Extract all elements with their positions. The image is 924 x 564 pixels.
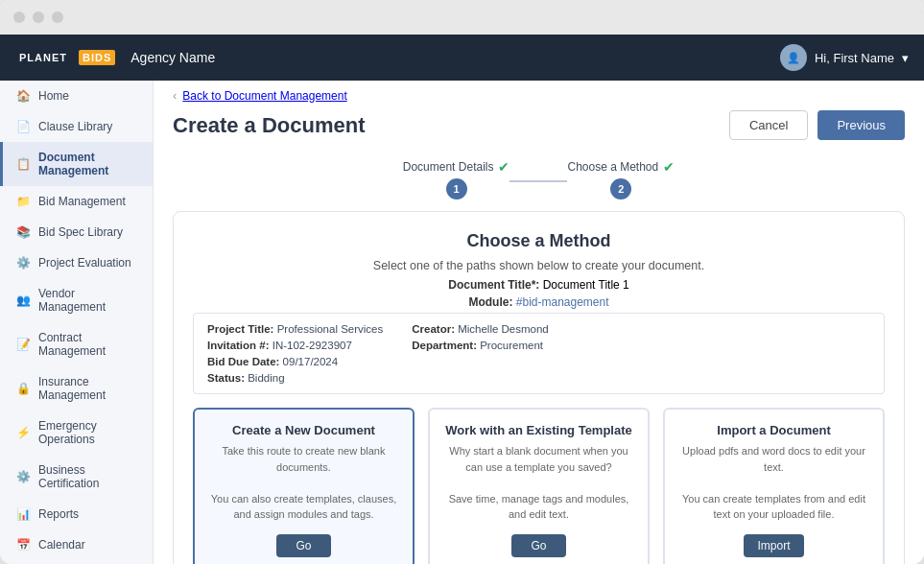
creator-value: Michelle Desmond xyxy=(458,323,549,335)
sidebar-item-label: Vendor Management xyxy=(38,287,139,314)
method-card-create-new[interactable]: Create a New Document Take this route to… xyxy=(193,408,415,564)
sidebar-item-clause-library[interactable]: 📄 Clause Library xyxy=(0,111,153,142)
method-card-button-import[interactable]: Import xyxy=(744,534,803,557)
titlebar-dot-red xyxy=(13,12,25,23)
doc-title-info: Document Title*: Document Title 1 xyxy=(193,278,885,292)
card-subtitle: Select one of the paths shown below to c… xyxy=(193,259,885,272)
titlebar-dot-yellow xyxy=(33,12,44,23)
sidebar-item-label: Clause Library xyxy=(38,120,112,133)
step-1-circle: 1 xyxy=(446,178,467,200)
sidebar-item-calendar[interactable]: 📅 Calendar xyxy=(0,529,153,560)
titlebar-dot-green xyxy=(52,12,63,23)
page-header: Create a Document Cancel Previous xyxy=(154,103,924,153)
step-1-label: Document Details xyxy=(403,160,494,174)
sidebar-item-contract-management[interactable]: 📝 Contract Management xyxy=(0,322,153,366)
sidebar-item-label: Document Management xyxy=(38,151,139,177)
clause-library-icon: 📄 xyxy=(16,120,31,133)
step-2-check-icon: ✔ xyxy=(663,159,675,175)
bid-spec-library-icon: 📚 xyxy=(16,225,31,239)
creator-detail: Creator: Michelle Desmond xyxy=(412,323,549,335)
sidebar-item-business-certification[interactable]: ⚙️ Business Certification xyxy=(0,455,153,499)
status-label: Status: xyxy=(207,372,245,384)
topnav: PLANETBIDS Agency Name 👤 Hi, First Name … xyxy=(0,35,924,81)
project-title-value: Professional Services xyxy=(277,323,384,335)
sidebar-item-label: Business Certification xyxy=(38,463,139,490)
business-certification-icon: ⚙️ xyxy=(16,470,31,483)
detail-col-right: Creator: Michelle Desmond Department: Pr… xyxy=(412,323,549,384)
chevron-down-icon: ▾ xyxy=(902,51,909,65)
card-area: Choose a Method Select one of the paths … xyxy=(173,211,905,564)
card-title: Choose a Method xyxy=(193,231,885,251)
step-2-circle: 2 xyxy=(610,178,631,200)
sidebar-item-vendor-management[interactable]: 👥 Vendor Management xyxy=(0,278,153,322)
logo-bids: BIDS xyxy=(79,50,115,65)
home-icon: 🏠 xyxy=(16,89,31,103)
step-1-check-icon: ✔ xyxy=(498,159,509,175)
sidebar-item-label: Calendar xyxy=(38,538,85,552)
bid-due-value: 09/17/2024 xyxy=(283,356,339,367)
sidebar-item-label: Bid Spec Library xyxy=(38,225,123,239)
breadcrumb-link[interactable]: Back to Document Management xyxy=(182,89,346,103)
logo-planet: PLANET xyxy=(15,50,71,65)
user-menu[interactable]: 👤 Hi, First Name ▾ xyxy=(780,44,909,71)
detail-col-left: Project Title: Professional Services Inv… xyxy=(207,323,383,384)
document-management-icon: 📋 xyxy=(16,157,31,171)
sidebar-item-emergency-operations[interactable]: ⚡ Emergency Operations xyxy=(0,411,153,455)
project-title-label: Project Title: xyxy=(207,323,273,335)
stepper: Document Details ✔ 1 Choose a Method ✔ 2 xyxy=(154,153,924,211)
method-card-title-create-new: Create a New Document xyxy=(232,423,375,437)
bid-management-icon: 📁 xyxy=(16,195,31,208)
breadcrumb: ‹ Back to Document Management xyxy=(154,81,924,103)
sidebar-item-bid-management[interactable]: 📁 Bid Management xyxy=(0,186,153,217)
main-content: ‹ Back to Document Management Create a D… xyxy=(154,81,924,564)
bid-due-detail: Bid Due Date: 09/17/2024 xyxy=(207,356,383,367)
status-detail: Status: Bidding xyxy=(207,372,383,384)
sidebar-item-document-management[interactable]: 📋 Document Management xyxy=(0,142,153,186)
sidebar-item-insurance-management[interactable]: 🔒 Insurance Management xyxy=(0,366,153,411)
method-card-desc-import: Upload pdfs and word docs to edit your t… xyxy=(676,443,871,523)
department-detail: Department: Procurement xyxy=(412,340,549,351)
method-card-title-existing-template: Work with an Existing Template xyxy=(445,423,632,437)
contract-management-icon: 📝 xyxy=(16,338,31,351)
method-card-import[interactable]: Import a Document Upload pdfs and word d… xyxy=(663,408,885,564)
previous-button[interactable]: Previous xyxy=(817,110,905,140)
detail-row: Project Title: Professional Services Inv… xyxy=(193,313,885,394)
topnav-logo-area: PLANETBIDS Agency Name xyxy=(15,50,215,65)
sidebar-item-project-evaluation[interactable]: ⚙️ Project Evaluation xyxy=(0,247,153,278)
module-label: Module: xyxy=(468,295,512,309)
project-evaluation-icon: ⚙️ xyxy=(16,256,31,270)
department-label: Department: xyxy=(412,340,477,351)
method-card-desc-create-new: Take this route to create new blank docu… xyxy=(206,443,401,523)
sidebar-item-bid-spec-library[interactable]: 📚 Bid Spec Library xyxy=(0,217,153,247)
creator-label: Creator: xyxy=(412,323,455,335)
sidebar-item-admin[interactable]: 👤 Admin xyxy=(0,560,153,564)
cancel-button[interactable]: Cancel xyxy=(729,110,808,140)
status-value: Bidding xyxy=(248,372,284,384)
module-info: Module: #bid-management xyxy=(193,295,885,309)
sidebar: 🏠 Home 📄 Clause Library 📋 Document Manag… xyxy=(0,81,154,564)
sidebar-item-label: Home xyxy=(38,89,69,103)
calendar-icon: 📅 xyxy=(16,538,31,552)
doc-title-value: Document Title 1 xyxy=(543,278,629,292)
sidebar-item-home[interactable]: 🏠 Home xyxy=(0,81,153,111)
doc-title-label: Document Title*: xyxy=(448,278,539,292)
invitation-value: IN-102-2923907 xyxy=(272,340,352,351)
page-title: Create a Document xyxy=(173,113,366,138)
step-line xyxy=(509,180,567,182)
invitation-detail: Invitation #: IN-102-2923907 xyxy=(207,340,383,351)
method-card-button-existing-template[interactable]: Go xyxy=(511,534,565,557)
vendor-management-icon: 👥 xyxy=(16,294,31,307)
sidebar-item-reports[interactable]: 📊 Reports xyxy=(0,499,153,529)
sidebar-item-label: Contract Management xyxy=(38,331,139,358)
reports-icon: 📊 xyxy=(16,507,31,521)
module-value[interactable]: #bid-management xyxy=(516,295,609,309)
back-arrow-icon: ‹ xyxy=(173,88,177,103)
method-card-button-create-new[interactable]: Go xyxy=(276,534,330,557)
method-card-existing-template[interactable]: Work with an Existing Template Why start… xyxy=(428,408,650,564)
agency-name: Agency Name xyxy=(130,50,215,65)
department-value: Procurement xyxy=(480,340,543,351)
method-card-desc-existing-template: Why start a blank document when you can … xyxy=(441,443,636,523)
titlebar xyxy=(0,0,924,35)
sidebar-item-label: Project Evaluation xyxy=(38,256,131,270)
sidebar-item-label: Emergency Operations xyxy=(38,419,139,446)
